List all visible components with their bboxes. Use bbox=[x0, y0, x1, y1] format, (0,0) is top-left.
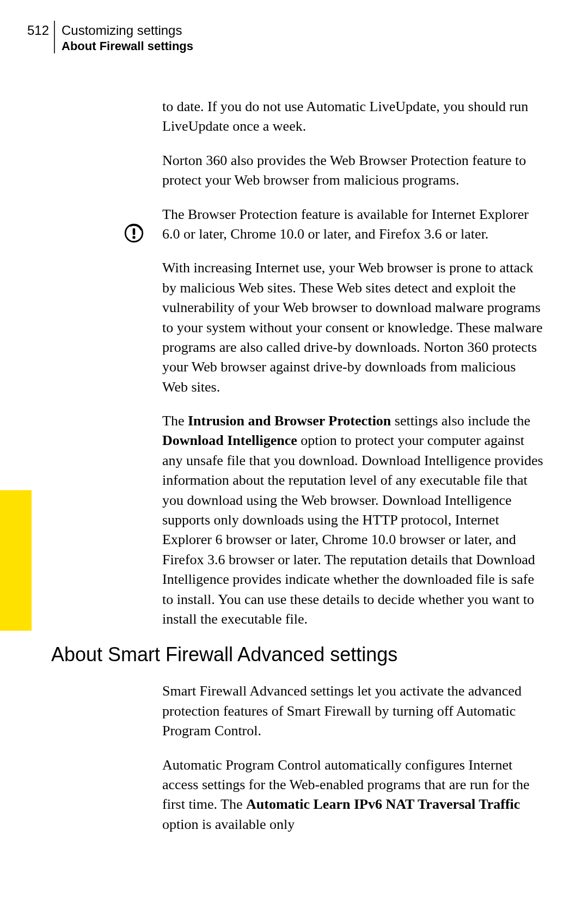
header-section: About Firewall settings bbox=[62, 39, 193, 53]
svg-point-2 bbox=[132, 236, 135, 239]
text-run: option is available only bbox=[162, 816, 295, 832]
paragraph: Norton 360 also provides the Web Browser… bbox=[162, 151, 543, 191]
svg-rect-1 bbox=[133, 228, 136, 235]
note-paragraph: The Browser Protection feature is availa… bbox=[162, 205, 543, 245]
bold-term: Download Intelligence bbox=[162, 432, 297, 448]
header-chapter: Customizing settings bbox=[62, 23, 182, 38]
text-run: option to protect your computer against … bbox=[162, 432, 543, 627]
warning-icon bbox=[124, 223, 144, 245]
paragraph: The Intrusion and Browser Protection set… bbox=[162, 411, 543, 629]
paragraph: Automatic Program Control automatically … bbox=[162, 755, 543, 835]
page-edge-tab bbox=[0, 490, 32, 631]
paragraph: Smart Firewall Advanced settings let you… bbox=[162, 681, 543, 741]
section-heading: About Smart Firewall Advanced settings bbox=[51, 643, 543, 666]
page-number: 512 bbox=[27, 23, 49, 38]
content-body: to date. If you do not use Automatic Liv… bbox=[162, 97, 543, 849]
bold-term: Intrusion and Browser Protection bbox=[188, 413, 391, 429]
bold-term: Automatic Learn IPv6 NAT Traversal Traff… bbox=[246, 796, 520, 812]
header-divider bbox=[54, 21, 55, 53]
paragraph: With increasing Internet use, your Web b… bbox=[162, 258, 543, 397]
text-run: settings also include the bbox=[391, 413, 530, 429]
text-run: The bbox=[162, 413, 188, 429]
paragraph: to date. If you do not use Automatic Liv… bbox=[162, 97, 543, 137]
